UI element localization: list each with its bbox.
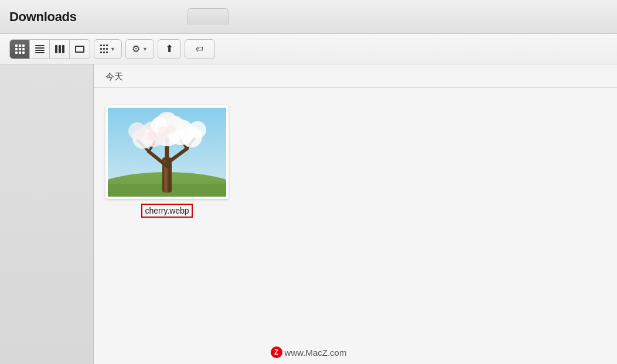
file-thumbnail <box>105 105 229 199</box>
list-item[interactable]: cherry.webp <box>105 105 229 215</box>
files-area: cherry.webp <box>94 88 617 233</box>
coverflow-view-button[interactable] <box>70 40 90 59</box>
title-bar: Downloads <box>0 0 617 34</box>
share-button[interactable]: ⬆ <box>158 39 181 59</box>
icon-view-button[interactable] <box>10 40 30 59</box>
file-name: cherry.webp <box>144 206 190 215</box>
share-icon: ⬆ <box>165 43 173 55</box>
arrange-button[interactable]: ▼ <box>94 39 122 59</box>
section-header: 今天 <box>94 64 617 88</box>
content-area: 今天 <box>94 64 617 364</box>
action-chevron-icon: ▼ <box>142 46 148 52</box>
sidebar <box>0 64 94 364</box>
columns-icon <box>55 45 64 53</box>
tag-icon: 🏷 <box>196 44 203 53</box>
list-icon <box>35 45 45 53</box>
tag-button[interactable]: 🏷 <box>185 39 215 59</box>
file-name-highlighted: cherry.webp <box>144 206 190 215</box>
svg-point-17 <box>128 122 146 140</box>
page-title: Downloads <box>9 9 77 25</box>
svg-point-23 <box>166 125 176 135</box>
tree-image <box>108 108 226 197</box>
grid-icon <box>15 44 25 54</box>
coverflow-icon <box>75 46 84 53</box>
toolbar: ▼ ⚙ ▼ ⬆ 🏷 <box>0 34 617 64</box>
main-layout: 今天 <box>0 64 617 364</box>
column-view-button[interactable] <box>50 40 70 59</box>
svg-point-24 <box>147 131 156 140</box>
action-button[interactable]: ⚙ ▼ <box>125 39 154 59</box>
list-view-button[interactable] <box>30 40 50 59</box>
title-tab <box>188 8 229 25</box>
svg-point-18 <box>189 121 206 139</box>
arrange-chevron-icon: ▼ <box>110 46 115 52</box>
gear-icon: ⚙ <box>132 43 140 54</box>
arrange-icon <box>100 44 108 54</box>
view-buttons-group <box>9 39 90 59</box>
